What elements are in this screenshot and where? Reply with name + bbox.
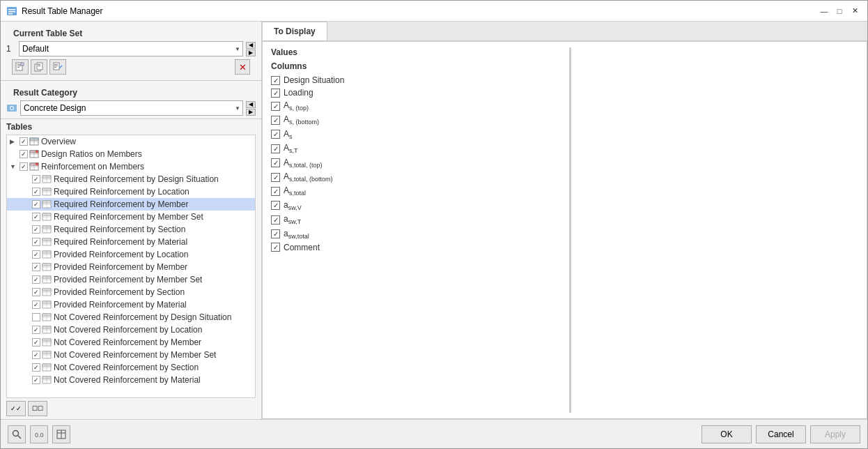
checkbox-notcov-reinf-location[interactable]	[32, 326, 40, 334]
uncheck-all-button[interactable]: ☐☐	[28, 401, 47, 416]
tree-item-req-reinf-member[interactable]: Required Reinforcement by Member	[7, 198, 255, 211]
checkbox-row-col-as-t[interactable]: As,T	[271, 142, 564, 155]
tree-container[interactable]: ▶Overview✕Design Ratios on Members▼✕Rein…	[6, 135, 256, 398]
checkbox-row-col-as-total[interactable]: As,total	[271, 184, 564, 198]
table-footer-button[interactable]	[52, 425, 70, 443]
tree-item-req-reinf-location[interactable]: Required Reinforcement by Location	[7, 185, 255, 198]
svg-rect-7	[17, 67, 20, 68]
category-dropdown[interactable]: Concrete Design	[20, 100, 243, 116]
search-footer-button[interactable]	[8, 425, 26, 443]
checkbox-notcov-reinf-member[interactable]	[32, 338, 40, 347]
tree-item-req-reinf-member-set[interactable]: Required Reinforcement by Member Set	[7, 211, 255, 223]
cb-col-loading[interactable]	[271, 89, 280, 98]
cb-col-asw-total[interactable]	[271, 229, 280, 238]
tree-item-prov-reinf-member[interactable]: Provided Reinforcement by Member	[7, 261, 255, 273]
expand-icon-reinforcement-members[interactable]: ▼	[10, 163, 18, 170]
checkbox-prov-reinf-member-set[interactable]	[32, 275, 40, 284]
checkbox-row-col-asw-t[interactable]: asw,T	[271, 213, 564, 227]
checkbox-prov-reinf-member[interactable]	[32, 263, 40, 271]
checkbox-req-reinf-material[interactable]	[32, 238, 40, 246]
checkbox-prov-reinf-material[interactable]	[32, 300, 40, 309]
tree-item-notcov-reinf-design-sit[interactable]: Not Covered Reinforcement by Design Situ…	[7, 311, 255, 324]
checkbox-row-col-asw-total[interactable]: asw,total	[271, 227, 564, 241]
cb-col-comment[interactable]	[271, 243, 280, 252]
tree-item-prov-reinf-material[interactable]: Provided Reinforcement by Material	[7, 298, 255, 311]
tree-item-design-ratios[interactable]: ✕Design Ratios on Members	[7, 148, 255, 160]
edit-table-set-button[interactable]	[49, 59, 66, 75]
checkbox-reinforcement-members[interactable]	[20, 162, 28, 171]
check-all-button[interactable]: ✓✓	[6, 401, 26, 416]
checkbox-prov-reinf-section[interactable]	[32, 288, 40, 296]
close-icon: ✕	[239, 62, 247, 73]
checkbox-req-reinf-location[interactable]	[32, 188, 40, 196]
cb-col-asw-v[interactable]	[271, 201, 280, 210]
tree-item-notcov-reinf-member-set[interactable]: Not Covered Reinforcement by Member Set	[7, 349, 255, 361]
tab-content: Values Columns Design SituationLoadingAs…	[262, 41, 867, 419]
checkbox-notcov-reinf-section[interactable]	[32, 363, 40, 372]
minimize-button[interactable]: —	[817, 5, 831, 17]
cb-col-design-situation[interactable]	[271, 76, 280, 85]
cb-col-as-total-bottom[interactable]	[271, 173, 280, 182]
checkbox-req-reinf-design-sit[interactable]	[32, 175, 40, 183]
checkbox-row-col-as-bottom[interactable]: As, (bottom)	[271, 113, 564, 127]
checkbox-row-col-as-top[interactable]: As, (top)	[271, 99, 564, 113]
apply-button[interactable]: Apply	[810, 425, 860, 443]
checkbox-req-reinf-member-set[interactable]	[32, 213, 40, 221]
close-window-button[interactable]: ✕	[848, 5, 862, 17]
panel-splitter[interactable]	[569, 47, 571, 413]
table-set-next-button[interactable]: ▶	[246, 50, 256, 56]
category-arrows: ◀ ▶	[246, 101, 256, 116]
ok-button[interactable]: OK	[702, 425, 752, 443]
cb-col-as-top[interactable]	[271, 102, 280, 111]
tree-item-prov-reinf-member-set[interactable]: Provided Reinforcement by Member Set	[7, 273, 255, 286]
tree-item-prov-reinf-location[interactable]: Provided Reinforcement by Location	[7, 248, 255, 261]
category-prev-button[interactable]: ◀	[246, 101, 256, 108]
tree-item-reinforcement-members[interactable]: ▼✕Reinforcement on Members	[7, 160, 255, 173]
cb-col-as-total-top[interactable]	[271, 158, 280, 167]
checkbox-notcov-reinf-member-set[interactable]	[32, 351, 40, 359]
cb-col-as-t[interactable]	[271, 144, 280, 153]
maximize-button[interactable]: □	[832, 5, 846, 17]
tree-item-prov-reinf-section[interactable]: Provided Reinforcement by Section	[7, 286, 255, 298]
cb-col-as[interactable]	[271, 130, 280, 139]
copy-table-set-button[interactable]	[31, 59, 47, 75]
checkbox-req-reinf-section[interactable]	[32, 225, 40, 234]
checkbox-row-col-comment[interactable]: Comment	[271, 241, 564, 254]
tree-item-notcov-reinf-member[interactable]: Not Covered Reinforcement by Member	[7, 336, 255, 349]
tree-item-notcov-reinf-material[interactable]: Not Covered Reinforcement by Material	[7, 374, 255, 386]
checkbox-overview[interactable]	[20, 137, 28, 146]
checkbox-row-col-as[interactable]: As	[271, 128, 564, 142]
tree-item-req-reinf-design-sit[interactable]: Required Reinforcement by Design Situati…	[7, 173, 255, 185]
cb-col-as-total[interactable]	[271, 187, 280, 196]
category-next-button[interactable]: ▶	[246, 109, 256, 116]
checkbox-design-ratios[interactable]	[20, 150, 28, 158]
svg-rect-15	[54, 66, 58, 66]
tree-item-notcov-reinf-location[interactable]: Not Covered Reinforcement by Location	[7, 324, 255, 336]
table-set-dropdown[interactable]: Default	[19, 41, 243, 56]
cancel-button[interactable]: Cancel	[756, 425, 806, 443]
tree-item-req-reinf-section[interactable]: Required Reinforcement by Section	[7, 223, 255, 236]
tab-to-display[interactable]: To Display	[262, 22, 327, 40]
checkbox-row-col-as-total-top[interactable]: As,total, (top)	[271, 156, 564, 170]
checkbox-notcov-reinf-material[interactable]	[32, 376, 40, 384]
tree-item-notcov-reinf-section[interactable]: Not Covered Reinforcement by Section	[7, 361, 255, 374]
close-table-set-button[interactable]: ✕	[235, 59, 250, 75]
checkbox-req-reinf-member[interactable]	[32, 200, 40, 208]
checkbox-notcov-reinf-design-sit[interactable]	[32, 313, 40, 321]
checkbox-row-col-design-situation[interactable]: Design Situation	[271, 74, 564, 86]
new-table-set-button[interactable]	[12, 59, 29, 75]
table-set-prev-button[interactable]: ◀	[246, 42, 256, 49]
checkbox-row-col-asw-v[interactable]: asw,V	[271, 199, 564, 213]
category-dropdown-wrapper: Concrete Design	[20, 100, 243, 116]
decimal-footer-button[interactable]: 0.00	[30, 425, 48, 443]
svg-line-106	[18, 435, 22, 439]
tree-item-req-reinf-material[interactable]: Required Reinforcement by Material	[7, 236, 255, 248]
checkbox-prov-reinf-location[interactable]	[32, 250, 40, 259]
tree-item-overview[interactable]: ▶Overview	[7, 135, 255, 148]
cb-col-asw-t[interactable]	[271, 215, 280, 224]
checkbox-row-col-loading[interactable]: Loading	[271, 86, 564, 99]
cb-col-as-bottom[interactable]	[271, 116, 280, 125]
checkbox-row-col-as-total-bottom[interactable]: As,total, (bottom)	[271, 170, 564, 184]
expand-icon-overview[interactable]: ▶	[10, 138, 18, 145]
icon-notcov-reinf-material	[42, 375, 52, 385]
